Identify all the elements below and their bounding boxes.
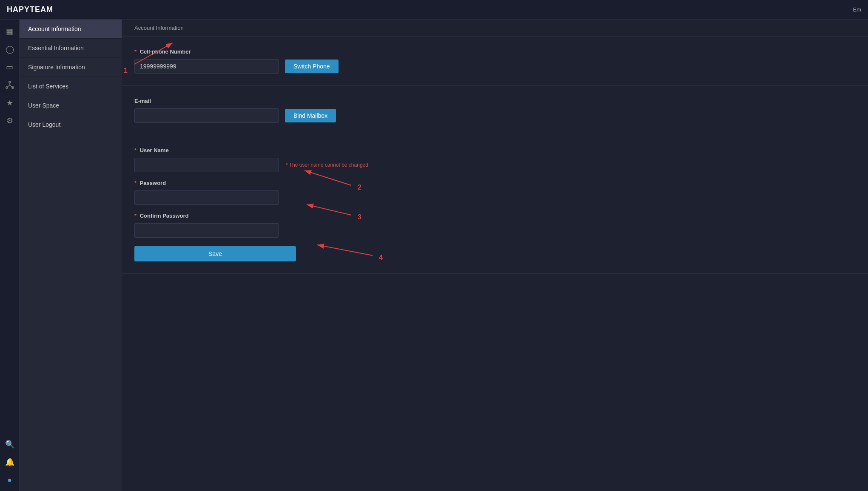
- password-row: [134, 190, 855, 205]
- svg-line-5: [10, 85, 13, 88]
- left-nav: Account Information Essential Informatio…: [20, 20, 122, 491]
- share-icon[interactable]: ▭: [2, 60, 17, 75]
- network-icon[interactable]: [2, 77, 17, 93]
- svg-line-4: [7, 85, 10, 88]
- topbar: HAPYTEAM Em: [0, 0, 868, 20]
- main-layout: ▦ ◯ ▭ ★ ⚙ 🔍 🔔 ● Account Information Esse…: [0, 20, 868, 491]
- cellphone-section: * Cell-phone Number Switch Phone: [122, 37, 868, 86]
- svg-rect-0: [9, 81, 11, 83]
- cellphone-required: *: [134, 48, 137, 55]
- nav-essential-information[interactable]: Essential Information: [20, 39, 122, 58]
- settings-icon[interactable]: ⚙: [2, 113, 17, 128]
- bell-icon[interactable]: 🔔: [2, 454, 17, 470]
- star-icon[interactable]: ★: [2, 95, 17, 111]
- cellphone-input[interactable]: [134, 59, 279, 74]
- content-area: Account Information 1 2 3 4: [122, 20, 868, 491]
- confirm-password-row: [134, 223, 855, 238]
- password-label: * Password: [134, 180, 855, 186]
- confirm-password-input[interactable]: [134, 223, 279, 238]
- layers-icon[interactable]: ▦: [2, 24, 17, 39]
- nav-user-logout[interactable]: User Logout: [20, 115, 122, 134]
- email-row: Bind Mailbox: [134, 108, 855, 123]
- username-input[interactable]: [134, 158, 279, 172]
- email-input[interactable]: [134, 108, 279, 123]
- nav-signature-information[interactable]: Signature Information: [20, 58, 122, 77]
- password-input[interactable]: [134, 190, 279, 205]
- nav-user-space[interactable]: User Space: [20, 96, 122, 115]
- breadcrumb: Account Information: [122, 20, 868, 37]
- clock-icon[interactable]: ◯: [2, 42, 17, 57]
- username-label: * User Name: [134, 147, 855, 153]
- nav-account-information[interactable]: Account Information: [20, 20, 122, 39]
- nav-list-of-services[interactable]: List of Services: [20, 77, 122, 96]
- username-row: * The user name cannot be changed: [134, 158, 855, 172]
- user-initial: Em: [853, 6, 862, 13]
- search-icon[interactable]: 🔍: [2, 437, 17, 452]
- save-button[interactable]: Save: [134, 246, 296, 261]
- cellphone-row: Switch Phone: [134, 59, 855, 74]
- save-row: Save: [134, 238, 855, 261]
- email-label: E-mail: [134, 98, 855, 104]
- email-section: E-mail Bind Mailbox: [122, 86, 868, 135]
- cellphone-label: * Cell-phone Number: [134, 48, 855, 55]
- username-hint: * The user name cannot be changed: [286, 162, 368, 168]
- icon-sidebar: ▦ ◯ ▭ ★ ⚙ 🔍 🔔 ●: [0, 20, 20, 491]
- app-title: HAPYTEAM: [7, 5, 53, 14]
- confirm-password-label: * Confirm Password: [134, 213, 855, 219]
- switch-phone-button[interactable]: Switch Phone: [285, 60, 339, 73]
- bind-mailbox-button[interactable]: Bind Mailbox: [285, 109, 336, 122]
- credentials-section: * User Name * The user name cannot be ch…: [122, 135, 868, 274]
- dot-icon[interactable]: ●: [2, 472, 17, 488]
